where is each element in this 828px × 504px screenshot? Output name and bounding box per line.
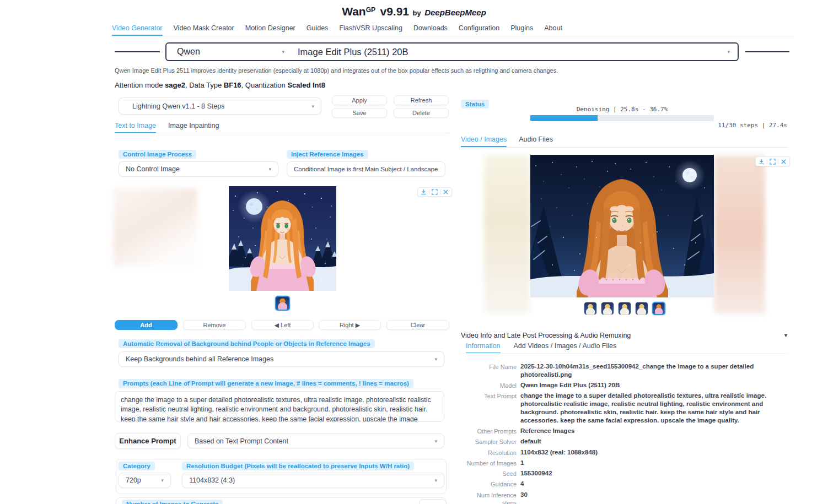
enhance-prompt-button[interactable]: Enhance Prompt (115, 433, 181, 449)
lora-preset-dropdown[interactable]: Lightning Qwen v1.1 - 8 Steps ▾ (119, 97, 321, 115)
control-image-dropdown[interactable]: No Control Image ▾ (119, 161, 278, 177)
chevron-down-icon: ▾ (307, 104, 314, 109)
progress-bar (530, 115, 714, 121)
remove-button[interactable]: Remove (183, 320, 246, 330)
lora-preset-value: Lightning Qwen v1.1 - 8 Steps (126, 102, 224, 110)
save-button[interactable]: Save (332, 108, 387, 118)
table-row: Sampler Solverdefault (461, 437, 773, 446)
delete-button[interactable]: Delete (394, 108, 449, 118)
info-label: Seed (461, 469, 517, 478)
category-label: Category (119, 462, 155, 470)
close-icon[interactable] (781, 159, 787, 165)
nav-tab-video-generator[interactable]: Video Generator (112, 24, 163, 36)
info-value: 30 (520, 491, 773, 504)
prompt-textarea[interactable]: change the image to a super detailed pho… (115, 391, 444, 422)
model-divider-right (745, 51, 789, 52)
table-row: Guidance4 (461, 480, 773, 488)
background-removal-value: Keep Backgrounds behind all Reference Im… (126, 355, 273, 363)
category-dropdown[interactable]: 720p ▾ (119, 473, 171, 488)
enhance-prompt-dropdown[interactable]: Based on Text Prompt Content ▾ (187, 433, 444, 448)
output-thumbnail-4[interactable] (635, 302, 648, 315)
output-neighbor-previous[interactable] (484, 155, 530, 313)
add-button[interactable]: Add (115, 320, 178, 330)
mode-tabs-divider (115, 133, 449, 133)
model-runtime-info: Attention mode sage2, Data Type BF16, Qu… (115, 81, 325, 89)
tab-add-videos-images-audio[interactable]: Add Videos / Images / Audio Files (514, 342, 617, 354)
page-title: WanGP v9.91 by DeepBeepMeep (0, 5, 828, 18)
category-value: 720p (126, 476, 141, 484)
info-label: Model (461, 381, 517, 389)
nav-tab-guides[interactable]: Guides (307, 24, 329, 36)
video-info-accordion[interactable]: Video Info and Late Post Processing & Au… (461, 332, 788, 339)
background-removal-dropdown[interactable]: Keep Backgrounds behind all Reference Im… (119, 351, 444, 367)
output-thumbnail-1[interactable] (584, 302, 597, 315)
fullscreen-icon[interactable] (432, 189, 438, 195)
table-row: Text Promptchange the image to a super d… (461, 392, 773, 425)
nav-divider (110, 36, 794, 36)
info-label: File Name (461, 362, 517, 379)
output-neighbor-next[interactable] (714, 155, 765, 313)
nav-tab-downloads[interactable]: Downloads (413, 24, 448, 36)
app-name-sup: GP (366, 6, 375, 14)
nav-tab-about[interactable]: About (544, 24, 562, 36)
table-row: ModelQwen Image Edit Plus (2511) 20B (461, 381, 773, 389)
tab-video-images[interactable]: Video / Images (461, 136, 507, 147)
generated-image-preview[interactable] (229, 186, 336, 291)
download-icon[interactable] (759, 159, 765, 165)
table-row: Number of Images1 (461, 459, 773, 467)
info-label: Text Prompt (461, 392, 517, 425)
app-name: Wan (342, 5, 366, 18)
chevron-down-icon: ▾ (282, 49, 289, 55)
tab-text-to-image[interactable]: Text to Image (115, 122, 156, 133)
quantization-label: , Quantization (241, 81, 288, 89)
move-left-button[interactable]: ◀ Left (251, 320, 314, 330)
tab-information[interactable]: Information (466, 342, 501, 354)
table-row: Other PromptsReference Images (461, 427, 773, 435)
close-icon[interactable] (443, 189, 449, 195)
move-right-button[interactable]: Right ▶ (319, 320, 381, 330)
tab-audio-files[interactable]: Audio Files (519, 136, 553, 147)
image-toolbar (417, 187, 452, 197)
thumbnail-selected[interactable] (275, 296, 290, 311)
control-image-process-label: Control Image Process (119, 150, 196, 159)
enhance-prompt-value: Based on Text Prompt Content (195, 437, 288, 445)
clear-button[interactable]: Clear (386, 320, 449, 330)
nav-tab-flashvsr-upscaling[interactable]: FlashVSR Upscaling (339, 24, 402, 36)
model-selector[interactable]: Qwen ▾ Image Edit Plus (2511) 20B ▾ (165, 42, 739, 61)
video-info-accordion-title: Video Info and Late Post Processing & Au… (461, 332, 631, 339)
prompts-label: Prompts (each Line of Prompt will genera… (119, 379, 413, 388)
gallery-neighbor-previous[interactable] (113, 188, 197, 267)
fullscreen-icon[interactable] (770, 159, 776, 165)
nav-tab-motion-designer[interactable]: Motion Designer (245, 24, 295, 36)
chevron-down-icon: ▾ (430, 356, 437, 362)
progress-steps-label: 11/30 steps | 27.4s (622, 122, 787, 129)
nav-tab-configuration[interactable]: Configuration (459, 24, 499, 36)
attention-mode-value: sage2 (165, 81, 185, 89)
model-name-value: Image Edit Plus (2511) 20B (298, 47, 408, 57)
refresh-button[interactable]: Refresh (394, 95, 449, 105)
tab-image-inpainting[interactable]: Image Inpainting (168, 122, 219, 133)
control-image-value: No Control Image (126, 165, 180, 173)
output-image-preview[interactable] (530, 155, 714, 297)
table-row: Seed155300942 (461, 469, 773, 478)
num-images-input[interactable] (419, 499, 447, 504)
output-thumbnail-5-selected[interactable] (652, 302, 665, 315)
chevron-down-icon: ▾ (264, 166, 271, 172)
info-label: Other Prompts (461, 427, 517, 435)
info-label: Sampler Solver (461, 437, 517, 446)
nav-tab-plugins[interactable]: Plugins (510, 24, 533, 36)
info-value: 1 (520, 459, 773, 467)
table-row: File Name2025-12-30-10h04m31s_seed155300… (461, 362, 773, 379)
info-value: 4 (520, 480, 773, 488)
inject-reference-dropdown[interactable]: Conditional Image is first Main Subject … (287, 161, 445, 177)
resolution-budget-dropdown[interactable]: 1104x832 (4:3) ▾ (182, 473, 444, 488)
output-thumbnail-2[interactable] (601, 302, 614, 315)
download-icon[interactable] (421, 189, 427, 195)
nav-tab-video-mask-creator[interactable]: Video Mask Creator (174, 24, 234, 36)
output-thumbnail-3[interactable] (618, 302, 631, 315)
resolution-budget-value: 1104x832 (4:3) (189, 476, 235, 484)
apply-button[interactable]: Apply (332, 95, 387, 105)
info-value: 2025-12-30-10h04m31s_seed155300942_chang… (520, 362, 773, 379)
table-row: Resolution1104x832 (real: 1088x848) (461, 448, 773, 457)
chevron-down-icon: ▾ (727, 49, 738, 55)
